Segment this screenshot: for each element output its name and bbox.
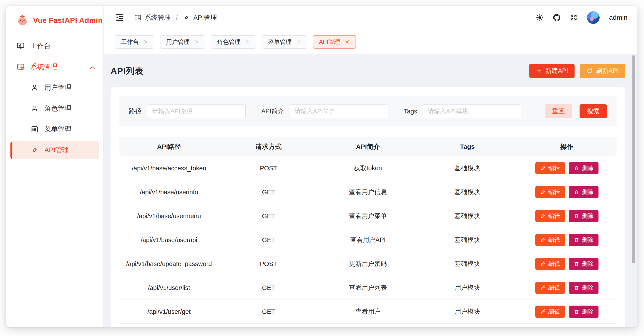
cell-tags: 基础模块	[418, 164, 517, 172]
edit-button-label: 编辑	[548, 308, 560, 316]
cell-summary: 查看用户列表	[318, 283, 418, 292]
cell-tags: 基础模块	[418, 212, 517, 220]
refresh-api-button[interactable]: 刷新API	[580, 64, 625, 78]
edit-button[interactable]: 编辑	[535, 306, 565, 318]
close-icon[interactable]	[345, 39, 350, 44]
column-header: Tags	[418, 143, 517, 150]
summary-filter-input[interactable]	[290, 104, 388, 118]
trash-icon	[574, 285, 579, 291]
collapse-sidebar-icon[interactable]	[115, 13, 124, 22]
reset-button[interactable]: 重置	[545, 104, 572, 118]
edit-pencil-icon	[540, 189, 546, 195]
breadcrumb-item-api[interactable]: API管理	[183, 13, 217, 22]
edit-pencil-icon	[540, 309, 546, 315]
edit-pencil-icon	[540, 285, 546, 291]
close-icon[interactable]	[245, 39, 250, 44]
delete-button-label: 删除	[582, 236, 594, 244]
cell-summary: 更新用户密码	[318, 260, 418, 268]
cell-method: GET	[219, 236, 318, 244]
tab-label: API管理	[319, 38, 340, 46]
sidebar-item-label: 系统管理	[30, 62, 58, 71]
cell-path: /api/v1/base/access_token	[119, 165, 219, 172]
tab-0[interactable]: 工作台	[115, 35, 154, 49]
trash-icon	[574, 261, 579, 267]
cell-path: /api/v1/base/update_password	[119, 260, 219, 268]
avatar[interactable]	[587, 11, 600, 24]
delete-button[interactable]: 删除	[569, 282, 598, 294]
chick-mascot-icon	[16, 14, 29, 26]
table-row-2: /api/v1/base/usermenuGET查看用户菜单基础模块编辑删除	[119, 204, 616, 228]
github-icon[interactable]	[553, 14, 560, 21]
table-row-5: /api/v1/user/listGET查看用户列表用户模块编辑删除	[119, 276, 616, 300]
cell-tags: 用户模块	[418, 307, 517, 316]
table-row-1: /api/v1/base/userinfoGET查看用户信息基础模块编辑删除	[119, 180, 616, 204]
breadcrumb-item-system[interactable]: 系统管理	[134, 13, 171, 22]
vertical-scrollbar[interactable]	[632, 55, 635, 263]
summary-filter-group: API简介	[261, 104, 388, 118]
search-button[interactable]: 搜索	[580, 104, 607, 118]
path-filter-input[interactable]	[147, 104, 246, 118]
sidebar-item-5[interactable]: API管理	[10, 141, 99, 159]
cell-method: GET	[219, 284, 318, 292]
tab-2[interactable]: 角色管理	[211, 35, 256, 49]
sidebar-item-4[interactable]: 菜单管理	[10, 120, 99, 138]
cell-method: GET	[219, 189, 318, 196]
column-header: 请求方式	[219, 142, 318, 151]
delete-button[interactable]: 删除	[569, 210, 598, 222]
cell-tags: 基础模块	[418, 188, 517, 196]
app-logo[interactable]: Vue FastAPI Admin	[6, 14, 104, 26]
trash-icon	[574, 189, 579, 195]
cell-path: /api/v1/base/userapi	[119, 236, 219, 244]
edit-button[interactable]: 编辑	[535, 258, 565, 270]
table-row-4: /api/v1/base/update_passwordPOST更新用户密码基础…	[119, 252, 616, 276]
delete-button-label: 删除	[582, 212, 594, 220]
cell-actions: 编辑删除	[517, 162, 616, 174]
tags-filter-input[interactable]	[423, 104, 521, 118]
edit-button-label: 编辑	[548, 236, 560, 244]
user-icon	[30, 83, 39, 92]
username[interactable]: admin	[609, 14, 628, 21]
sidebar-item-3[interactable]: 角色管理	[10, 100, 99, 117]
sidebar-menu: 工作台系统管理用户管理角色管理菜单管理API管理	[6, 37, 104, 159]
edit-button[interactable]: 编辑	[535, 162, 565, 174]
topbar: 系统管理 / API管理	[104, 6, 638, 29]
cell-summary: 获取token	[318, 164, 418, 172]
trash-icon	[574, 309, 579, 315]
edit-button[interactable]: 编辑	[535, 282, 565, 294]
close-icon[interactable]	[296, 39, 301, 44]
edit-button[interactable]: 编辑	[535, 234, 565, 246]
sidebar-item-label: API管理	[44, 146, 69, 155]
cell-path: /api/v1/base/usermenu	[119, 212, 219, 220]
refresh-icon	[586, 68, 593, 74]
delete-button[interactable]: 删除	[569, 186, 598, 198]
sidebar-item-2[interactable]: 用户管理	[10, 79, 99, 97]
cell-tags: 基础模块	[418, 236, 517, 244]
page-actions: 新建API 刷新API	[529, 64, 626, 78]
tab-1[interactable]: 用户管理	[160, 35, 205, 49]
delete-button[interactable]: 删除	[569, 162, 598, 174]
delete-button-label: 删除	[582, 188, 594, 196]
api-plug-icon	[30, 146, 39, 154]
cell-path: /api/v1/base/userinfo	[119, 189, 219, 196]
tab-4[interactable]: API管理	[313, 35, 356, 49]
sidebar-item-0[interactable]: 工作台	[10, 37, 99, 55]
edit-pencil-icon	[540, 261, 546, 267]
close-icon[interactable]	[143, 39, 148, 44]
tab-label: 菜单管理	[268, 38, 292, 46]
page-title: API列表	[110, 65, 144, 77]
close-icon[interactable]	[194, 39, 199, 44]
create-api-button[interactable]: 新建API	[529, 64, 575, 78]
cell-tags: 基础模块	[418, 260, 517, 268]
theme-light-icon[interactable]	[536, 14, 544, 21]
cell-actions: 编辑删除	[517, 186, 616, 198]
delete-button[interactable]: 删除	[569, 306, 598, 318]
delete-button[interactable]: 删除	[569, 234, 598, 246]
edit-button[interactable]: 编辑	[535, 210, 565, 222]
fullscreen-icon[interactable]	[570, 14, 578, 21]
cell-summary: 查看用户信息	[318, 188, 418, 196]
edit-button[interactable]: 编辑	[535, 186, 565, 198]
tab-3[interactable]: 菜单管理	[262, 35, 307, 49]
delete-button[interactable]: 删除	[569, 258, 598, 270]
tab-label: 角色管理	[217, 38, 240, 46]
sidebar-item-1[interactable]: 系统管理	[10, 58, 99, 76]
